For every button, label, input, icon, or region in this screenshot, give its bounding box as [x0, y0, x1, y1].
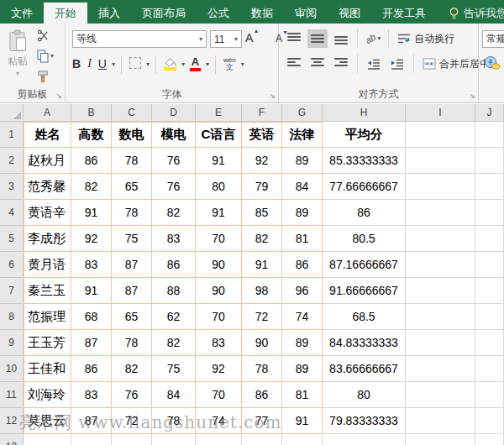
font-dialog-launcher[interactable]: ↘ [269, 92, 276, 100]
cell-F6[interactable]: 91 [242, 252, 282, 278]
cell-H12[interactable]: 79.83333333 [323, 408, 406, 434]
cell-E11[interactable]: 70 [196, 382, 242, 408]
copy-button[interactable]: ▾ [37, 49, 54, 63]
cell-C4[interactable]: 78 [112, 200, 152, 226]
row-header-12[interactable]: 12 [0, 408, 24, 434]
cell-A6[interactable]: 黄月语 [24, 252, 71, 278]
tab-view[interactable]: 视图 [328, 3, 371, 24]
cell-D12[interactable]: 78 [152, 408, 196, 434]
font-color-caret[interactable]: ▾ [206, 61, 209, 68]
cell-G11[interactable]: 81 [282, 382, 323, 408]
fill-color-button[interactable] [162, 55, 178, 72]
cell-A12[interactable]: 莫思云 [24, 408, 71, 434]
phonetic-caret[interactable]: ▾ [241, 61, 244, 68]
cell-B4[interactable]: 91 [71, 200, 112, 226]
cell-D8[interactable]: 62 [152, 304, 196, 330]
cell-D1[interactable]: 模电 [152, 122, 196, 148]
cell-G2[interactable]: 89 [282, 148, 323, 174]
tab-page-layout[interactable]: 页面布局 [131, 3, 197, 24]
cell-C9[interactable]: 78 [112, 330, 152, 356]
cell-E8[interactable]: 70 [196, 304, 242, 330]
cell-H4[interactable]: 86 [323, 200, 406, 226]
cut-button[interactable] [37, 29, 54, 43]
tab-formulas[interactable]: 公式 [197, 3, 240, 24]
phonetic-guide-button[interactable]: wén 文 [222, 55, 238, 73]
col-header-D[interactable]: D [152, 104, 196, 122]
cell-B6[interactable]: 83 [71, 252, 112, 278]
accounting-format-button[interactable] [484, 55, 501, 71]
cell-C6[interactable]: 87 [112, 252, 152, 278]
wrap-text-button[interactable]: 自动换行 [395, 30, 457, 48]
font-name-combo[interactable]: 等线 ▾ [72, 30, 207, 48]
cell-F2[interactable]: 92 [242, 148, 282, 174]
cell-E10[interactable]: 92 [196, 356, 242, 382]
cell-H6[interactable]: 87.16666667 [323, 252, 406, 278]
cell-J1[interactable] [475, 122, 504, 148]
cell-D5[interactable]: 83 [152, 226, 196, 252]
cell-D3[interactable]: 76 [152, 174, 196, 200]
col-header-C[interactable]: C [112, 104, 152, 122]
cell-B1[interactable]: 高数 [71, 122, 112, 148]
clipboard-dialog-launcher[interactable]: ↘ [55, 92, 62, 100]
bold-button[interactable]: B [71, 55, 82, 72]
row-header-2[interactable]: 2 [0, 148, 24, 174]
cell-J9[interactable] [475, 330, 504, 356]
borders-button[interactable] [128, 55, 143, 71]
underline-caret[interactable]: ▾ [112, 61, 115, 68]
cell-H5[interactable]: 80.5 [323, 226, 406, 252]
cell-D11[interactable]: 84 [152, 382, 196, 408]
col-header-J[interactable]: J [475, 104, 504, 122]
row-header-7[interactable]: 7 [0, 278, 24, 304]
cell-I9[interactable] [406, 330, 475, 356]
cell-B12[interactable]: 87 [71, 408, 112, 434]
cell-A4[interactable]: 黄语辛 [24, 200, 71, 226]
cell-J4[interactable] [475, 200, 504, 226]
cell-G6[interactable]: 86 [282, 252, 323, 278]
cell-J3[interactable] [475, 174, 504, 200]
font-color-button[interactable]: A [188, 55, 202, 73]
cell-G4[interactable]: 89 [282, 200, 323, 226]
tab-file[interactable]: 文件 [0, 3, 44, 24]
cell-C8[interactable]: 65 [112, 304, 152, 330]
format-painter-button[interactable] [37, 69, 54, 83]
cell-E1[interactable]: C语言 [196, 122, 242, 148]
cell-C1[interactable]: 数电 [112, 122, 152, 148]
cell-I4[interactable] [406, 200, 475, 226]
copy-dropdown-caret[interactable]: ▾ [50, 53, 54, 60]
cell-G1[interactable]: 法律 [282, 122, 323, 148]
underline-button[interactable]: U [97, 55, 108, 72]
cell-B9[interactable]: 87 [71, 330, 112, 356]
cell-B13[interactable] [71, 434, 112, 445]
cell-J10[interactable] [475, 356, 504, 382]
col-header-I[interactable]: I [406, 104, 475, 122]
cell-G12[interactable]: 91 [282, 408, 323, 434]
cell-G8[interactable]: 74 [282, 304, 323, 330]
align-top-button[interactable] [284, 29, 304, 48]
row-header-9[interactable]: 9 [0, 330, 24, 356]
cell-H13[interactable] [323, 434, 406, 445]
cell-F1[interactable]: 英语 [242, 122, 282, 148]
cell-I5[interactable] [406, 226, 475, 252]
cell-H7[interactable]: 91.66666667 [323, 278, 406, 304]
cell-F5[interactable]: 82 [242, 226, 282, 252]
cell-C13[interactable] [112, 434, 152, 445]
cell-J12[interactable] [475, 408, 504, 434]
cell-D13[interactable] [152, 434, 196, 445]
cell-I13[interactable] [406, 434, 475, 445]
cell-E2[interactable]: 91 [196, 148, 242, 174]
cell-B5[interactable]: 92 [71, 226, 112, 252]
cell-B2[interactable]: 86 [71, 148, 112, 174]
cell-H3[interactable]: 77.66666667 [323, 174, 406, 200]
cell-G13[interactable] [282, 434, 323, 445]
row-header-8[interactable]: 8 [0, 304, 24, 330]
cell-C2[interactable]: 78 [112, 148, 152, 174]
cell-I1[interactable] [406, 122, 475, 148]
cell-A10[interactable]: 王佳和 [24, 356, 71, 382]
tab-data[interactable]: 数据 [240, 3, 284, 24]
cell-A7[interactable]: 秦兰玉 [24, 278, 71, 304]
cell-G5[interactable]: 81 [282, 226, 323, 252]
cell-A1[interactable]: 姓名 [24, 122, 71, 148]
cell-E5[interactable]: 70 [196, 226, 242, 252]
align-center-button[interactable] [307, 55, 328, 73]
cell-H1[interactable]: 平均分 [323, 122, 406, 148]
